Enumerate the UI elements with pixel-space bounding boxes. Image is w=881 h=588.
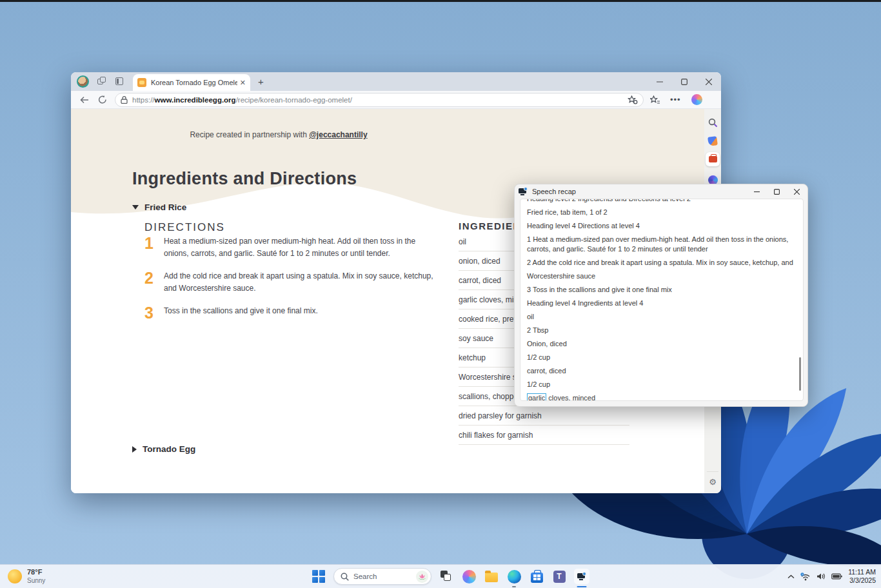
chevron-right-icon xyxy=(132,446,137,453)
wifi-icon[interactable]: ? xyxy=(800,573,811,581)
speech-recap-window-controls xyxy=(754,189,804,195)
tornado-egg-accordion[interactable]: Tornado Egg xyxy=(132,444,195,454)
minimize-button[interactable] xyxy=(754,189,760,195)
back-icon[interactable] xyxy=(80,96,89,104)
ingredient-item: dried parsley for garnish xyxy=(459,406,629,426)
task-view-button[interactable] xyxy=(439,569,454,584)
partnership-link[interactable]: @jeccachantilly xyxy=(309,130,367,139)
weather-condition: Sunny xyxy=(27,577,45,585)
scrollbar-thumb[interactable] xyxy=(799,357,801,391)
site-favicon xyxy=(137,78,146,87)
tab-close-icon[interactable]: ✕ xyxy=(240,79,246,87)
page-title: Ingredients and Directions xyxy=(132,169,357,189)
store-icon xyxy=(531,573,543,583)
profile-avatar[interactable] xyxy=(77,75,89,88)
search-highlight-badge xyxy=(416,571,428,583)
tab-actions-icon[interactable] xyxy=(114,76,125,87)
clock-date: 3/3/2025 xyxy=(848,576,876,585)
clock[interactable]: 11:11 AM 3/3/2025 xyxy=(848,568,876,585)
tray-chevron-up-icon[interactable] xyxy=(787,574,795,579)
step-number: 1 xyxy=(144,235,164,259)
battery-icon[interactable] xyxy=(831,573,842,580)
minimize-button[interactable] xyxy=(648,72,672,91)
sidebar-settings-gear-icon[interactable]: ⚙ xyxy=(707,471,718,487)
narrator-app-icon xyxy=(577,573,586,580)
screen-edge xyxy=(0,0,881,2)
url-text: https://www.incredibleegg.org/recipe/kor… xyxy=(132,96,628,104)
close-button[interactable] xyxy=(697,72,721,91)
tab-strip: Korean Tornado Egg Omelet - A ✕ + xyxy=(71,72,721,91)
fried-rice-accordion[interactable]: Fried Rice xyxy=(132,202,186,212)
close-button[interactable] xyxy=(794,189,800,195)
ingredient-item: chili flakes for garnish xyxy=(459,426,629,445)
weather-widget[interactable]: 78°F Sunny xyxy=(8,568,45,584)
recap-line: Heading level 2 Ingredients and Directio… xyxy=(527,199,797,204)
taskbar-search[interactable]: Search xyxy=(333,568,431,585)
lotus-icon xyxy=(418,573,426,580)
start-button[interactable] xyxy=(311,569,326,584)
system-tray: ? 11:11 AM 3/3/2025 xyxy=(787,568,876,585)
clock-time: 11:11 AM xyxy=(848,568,876,576)
speech-recap-title: Speech recap xyxy=(532,188,576,195)
toolbox-active-highlight[interactable] xyxy=(706,152,720,166)
shopping-icon[interactable] xyxy=(708,137,717,146)
bookmark-gear-icon[interactable] xyxy=(628,95,638,104)
recap-line: carrot, diced xyxy=(527,366,797,376)
sidebar-search-icon[interactable] xyxy=(708,118,718,128)
new-tab-button[interactable]: + xyxy=(258,76,264,87)
recap-line: Heading level 4 Directions at level 4 xyxy=(527,221,797,231)
taskbar-center: Search T xyxy=(311,568,589,585)
toolbar-right-icons: ••• xyxy=(650,94,702,105)
running-indicator xyxy=(512,586,516,588)
speech-recap-titlebar[interactable]: Speech recap xyxy=(515,184,807,199)
taskbar: 78°F Sunny Search xyxy=(0,564,881,588)
recap-line-highlighted: garlic cloves, minced xyxy=(527,393,797,401)
recap-line: 2 Add the cold rice and break it apart u… xyxy=(527,258,797,268)
maximize-button[interactable] xyxy=(774,189,780,195)
workspaces-icon[interactable] xyxy=(96,76,107,87)
copilot-icon xyxy=(462,570,476,583)
recap-line: Heading level 4 Ingredients at level 4 xyxy=(527,299,797,308)
teams-icon: T xyxy=(553,571,566,583)
refresh-icon[interactable] xyxy=(98,95,107,104)
recap-line: 3 Toss in the scallions and give it one … xyxy=(527,285,797,295)
desktop: Korean Tornado Egg Omelet - A ✕ + xyxy=(0,0,881,588)
address-bar[interactable]: https://www.incredibleegg.org/recipe/kor… xyxy=(115,93,644,107)
chevron-down-icon xyxy=(132,205,139,210)
volume-icon[interactable] xyxy=(817,573,826,580)
recap-line: Fried rice, tab item, 1 of 2 xyxy=(527,208,797,217)
tab-title: Korean Tornado Egg Omelet - A xyxy=(151,79,237,86)
browser-toolbar: https://www.incredibleegg.org/recipe/kor… xyxy=(71,91,721,109)
partnership-line: Recipe created in partnership with @jecc… xyxy=(111,130,446,139)
file-explorer-button[interactable] xyxy=(484,569,499,584)
browser-window-controls xyxy=(648,72,721,91)
edge-button[interactable] xyxy=(506,569,522,584)
sun-icon xyxy=(8,569,22,583)
browser-tab[interactable]: Korean Tornado Egg Omelet - A ✕ xyxy=(133,74,250,91)
speech-recap-transcript[interactable]: Heading level 2 Ingredients and Directio… xyxy=(520,199,804,401)
copilot-taskbar-button[interactable] xyxy=(461,569,477,584)
spoken-word-highlight: garlic xyxy=(527,393,546,401)
copilot-icon[interactable] xyxy=(691,94,702,105)
active-indicator xyxy=(577,586,587,588)
teams-button[interactable]: T xyxy=(551,569,567,584)
direction-step: 3 Toss in the scallions and give it one … xyxy=(144,305,433,321)
recap-line: 1/2 cup xyxy=(527,380,797,389)
maximize-button[interactable] xyxy=(672,72,697,91)
toolbox-icon xyxy=(709,156,717,162)
recap-line: 2 Tbsp xyxy=(527,326,797,335)
favorites-icon[interactable] xyxy=(650,95,660,104)
edge-icon xyxy=(508,570,521,583)
windows-logo-icon xyxy=(312,570,325,583)
store-button[interactable] xyxy=(529,569,544,584)
direction-step: 2 Add the cold rice and break it apart u… xyxy=(144,270,433,294)
site-info-icon[interactable] xyxy=(121,96,128,104)
narrator-app-icon xyxy=(519,188,528,195)
folder-icon xyxy=(485,573,498,582)
speech-recap-taskbar-button[interactable] xyxy=(574,569,589,584)
recap-line: Worcestershire sauce xyxy=(527,271,797,281)
step-number: 3 xyxy=(144,305,164,321)
speech-recap-window: Speech recap Heading level 2 Ingredients… xyxy=(514,184,808,407)
recap-line: oil xyxy=(527,312,797,322)
more-options-icon[interactable]: ••• xyxy=(670,95,681,104)
